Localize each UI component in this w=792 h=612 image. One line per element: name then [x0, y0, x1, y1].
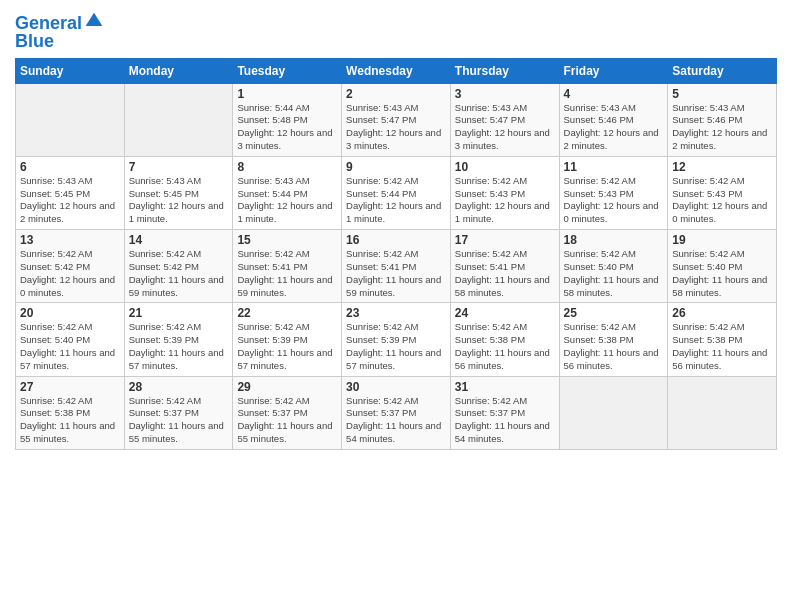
calendar-cell: 10Sunrise: 5:42 AMSunset: 5:43 PMDayligh… — [450, 156, 559, 229]
logo-text-line2: Blue — [15, 32, 104, 52]
calendar-cell: 21Sunrise: 5:42 AMSunset: 5:39 PMDayligh… — [124, 303, 233, 376]
calendar-cell: 22Sunrise: 5:42 AMSunset: 5:39 PMDayligh… — [233, 303, 342, 376]
day-number: 3 — [455, 87, 555, 101]
day-number: 9 — [346, 160, 446, 174]
calendar-cell: 16Sunrise: 5:42 AMSunset: 5:41 PMDayligh… — [342, 230, 451, 303]
day-info: Sunrise: 5:42 AMSunset: 5:44 PMDaylight:… — [346, 175, 446, 226]
day-info: Sunrise: 5:42 AMSunset: 5:39 PMDaylight:… — [346, 321, 446, 372]
calendar-cell: 17Sunrise: 5:42 AMSunset: 5:41 PMDayligh… — [450, 230, 559, 303]
day-number: 31 — [455, 380, 555, 394]
day-number: 1 — [237, 87, 337, 101]
calendar-cell: 11Sunrise: 5:42 AMSunset: 5:43 PMDayligh… — [559, 156, 668, 229]
calendar-cell: 5Sunrise: 5:43 AMSunset: 5:46 PMDaylight… — [668, 83, 777, 156]
col-header-thursday: Thursday — [450, 58, 559, 83]
col-header-friday: Friday — [559, 58, 668, 83]
week-row-1: 1Sunrise: 5:44 AMSunset: 5:48 PMDaylight… — [16, 83, 777, 156]
calendar-cell — [124, 83, 233, 156]
col-header-saturday: Saturday — [668, 58, 777, 83]
col-header-sunday: Sunday — [16, 58, 125, 83]
day-info: Sunrise: 5:43 AMSunset: 5:45 PMDaylight:… — [129, 175, 229, 226]
day-info: Sunrise: 5:42 AMSunset: 5:38 PMDaylight:… — [20, 395, 120, 446]
logo: General Blue — [15, 14, 104, 52]
day-info: Sunrise: 5:42 AMSunset: 5:40 PMDaylight:… — [20, 321, 120, 372]
calendar-cell: 2Sunrise: 5:43 AMSunset: 5:47 PMDaylight… — [342, 83, 451, 156]
day-number: 17 — [455, 233, 555, 247]
calendar-cell: 19Sunrise: 5:42 AMSunset: 5:40 PMDayligh… — [668, 230, 777, 303]
day-number: 21 — [129, 306, 229, 320]
day-number: 28 — [129, 380, 229, 394]
calendar-cell: 12Sunrise: 5:42 AMSunset: 5:43 PMDayligh… — [668, 156, 777, 229]
calendar-cell: 15Sunrise: 5:42 AMSunset: 5:41 PMDayligh… — [233, 230, 342, 303]
calendar-cell: 13Sunrise: 5:42 AMSunset: 5:42 PMDayligh… — [16, 230, 125, 303]
week-row-4: 20Sunrise: 5:42 AMSunset: 5:40 PMDayligh… — [16, 303, 777, 376]
day-info: Sunrise: 5:42 AMSunset: 5:39 PMDaylight:… — [129, 321, 229, 372]
svg-marker-0 — [86, 13, 103, 26]
day-info: Sunrise: 5:43 AMSunset: 5:46 PMDaylight:… — [564, 102, 664, 153]
day-info: Sunrise: 5:42 AMSunset: 5:37 PMDaylight:… — [346, 395, 446, 446]
calendar-cell — [668, 376, 777, 449]
day-number: 29 — [237, 380, 337, 394]
day-number: 30 — [346, 380, 446, 394]
calendar-cell: 14Sunrise: 5:42 AMSunset: 5:42 PMDayligh… — [124, 230, 233, 303]
calendar-cell: 7Sunrise: 5:43 AMSunset: 5:45 PMDaylight… — [124, 156, 233, 229]
day-info: Sunrise: 5:44 AMSunset: 5:48 PMDaylight:… — [237, 102, 337, 153]
day-info: Sunrise: 5:42 AMSunset: 5:41 PMDaylight:… — [455, 248, 555, 299]
calendar-cell — [16, 83, 125, 156]
day-number: 14 — [129, 233, 229, 247]
day-info: Sunrise: 5:42 AMSunset: 5:38 PMDaylight:… — [672, 321, 772, 372]
calendar-cell: 8Sunrise: 5:43 AMSunset: 5:44 PMDaylight… — [233, 156, 342, 229]
day-number: 12 — [672, 160, 772, 174]
day-number: 22 — [237, 306, 337, 320]
calendar-cell: 6Sunrise: 5:43 AMSunset: 5:45 PMDaylight… — [16, 156, 125, 229]
week-row-5: 27Sunrise: 5:42 AMSunset: 5:38 PMDayligh… — [16, 376, 777, 449]
calendar-cell: 25Sunrise: 5:42 AMSunset: 5:38 PMDayligh… — [559, 303, 668, 376]
calendar-table: SundayMondayTuesdayWednesdayThursdayFrid… — [15, 58, 777, 450]
day-info: Sunrise: 5:42 AMSunset: 5:42 PMDaylight:… — [20, 248, 120, 299]
day-info: Sunrise: 5:42 AMSunset: 5:39 PMDaylight:… — [237, 321, 337, 372]
calendar-cell: 4Sunrise: 5:43 AMSunset: 5:46 PMDaylight… — [559, 83, 668, 156]
day-info: Sunrise: 5:42 AMSunset: 5:37 PMDaylight:… — [237, 395, 337, 446]
day-number: 20 — [20, 306, 120, 320]
day-info: Sunrise: 5:42 AMSunset: 5:38 PMDaylight:… — [564, 321, 664, 372]
day-number: 23 — [346, 306, 446, 320]
calendar-cell: 30Sunrise: 5:42 AMSunset: 5:37 PMDayligh… — [342, 376, 451, 449]
day-info: Sunrise: 5:42 AMSunset: 5:40 PMDaylight:… — [564, 248, 664, 299]
day-number: 24 — [455, 306, 555, 320]
day-info: Sunrise: 5:42 AMSunset: 5:37 PMDaylight:… — [129, 395, 229, 446]
day-number: 8 — [237, 160, 337, 174]
calendar-cell: 18Sunrise: 5:42 AMSunset: 5:40 PMDayligh… — [559, 230, 668, 303]
calendar-cell: 27Sunrise: 5:42 AMSunset: 5:38 PMDayligh… — [16, 376, 125, 449]
calendar-cell: 24Sunrise: 5:42 AMSunset: 5:38 PMDayligh… — [450, 303, 559, 376]
calendar-cell: 28Sunrise: 5:42 AMSunset: 5:37 PMDayligh… — [124, 376, 233, 449]
calendar-cell: 23Sunrise: 5:42 AMSunset: 5:39 PMDayligh… — [342, 303, 451, 376]
day-info: Sunrise: 5:43 AMSunset: 5:47 PMDaylight:… — [455, 102, 555, 153]
day-number: 6 — [20, 160, 120, 174]
day-number: 25 — [564, 306, 664, 320]
day-info: Sunrise: 5:42 AMSunset: 5:38 PMDaylight:… — [455, 321, 555, 372]
day-info: Sunrise: 5:42 AMSunset: 5:37 PMDaylight:… — [455, 395, 555, 446]
day-number: 4 — [564, 87, 664, 101]
calendar-cell — [559, 376, 668, 449]
col-header-wednesday: Wednesday — [342, 58, 451, 83]
day-info: Sunrise: 5:42 AMSunset: 5:43 PMDaylight:… — [455, 175, 555, 226]
day-info: Sunrise: 5:42 AMSunset: 5:40 PMDaylight:… — [672, 248, 772, 299]
day-info: Sunrise: 5:43 AMSunset: 5:47 PMDaylight:… — [346, 102, 446, 153]
page: General Blue SundayMondayTuesdayWednesda… — [0, 0, 792, 460]
day-info: Sunrise: 5:43 AMSunset: 5:44 PMDaylight:… — [237, 175, 337, 226]
week-row-3: 13Sunrise: 5:42 AMSunset: 5:42 PMDayligh… — [16, 230, 777, 303]
calendar-cell: 9Sunrise: 5:42 AMSunset: 5:44 PMDaylight… — [342, 156, 451, 229]
day-number: 7 — [129, 160, 229, 174]
calendar-cell: 26Sunrise: 5:42 AMSunset: 5:38 PMDayligh… — [668, 303, 777, 376]
day-info: Sunrise: 5:43 AMSunset: 5:46 PMDaylight:… — [672, 102, 772, 153]
day-number: 26 — [672, 306, 772, 320]
calendar-cell: 1Sunrise: 5:44 AMSunset: 5:48 PMDaylight… — [233, 83, 342, 156]
day-number: 18 — [564, 233, 664, 247]
calendar-cell: 31Sunrise: 5:42 AMSunset: 5:37 PMDayligh… — [450, 376, 559, 449]
day-info: Sunrise: 5:42 AMSunset: 5:42 PMDaylight:… — [129, 248, 229, 299]
day-number: 11 — [564, 160, 664, 174]
day-info: Sunrise: 5:42 AMSunset: 5:41 PMDaylight:… — [346, 248, 446, 299]
day-info: Sunrise: 5:43 AMSunset: 5:45 PMDaylight:… — [20, 175, 120, 226]
day-number: 13 — [20, 233, 120, 247]
calendar-cell: 29Sunrise: 5:42 AMSunset: 5:37 PMDayligh… — [233, 376, 342, 449]
day-info: Sunrise: 5:42 AMSunset: 5:41 PMDaylight:… — [237, 248, 337, 299]
